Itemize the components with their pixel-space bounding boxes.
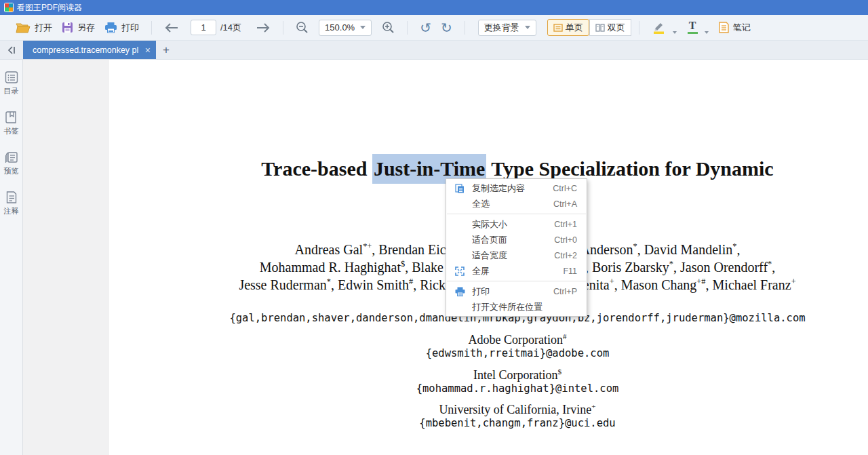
sidebar-item-preview[interactable]: 预览 xyxy=(3,151,20,176)
email-uci: {mbebenit,changm,franz}@uci.edu xyxy=(109,417,868,429)
menu-item-fullscreen[interactable]: 全屏 F11 xyxy=(446,263,587,279)
menu-separator xyxy=(447,214,586,214)
zoom-in-button[interactable] xyxy=(377,18,399,37)
menu-item-actual-size[interactable]: 实际大小 Ctrl+1 xyxy=(446,216,587,232)
sidebar-item-toc[interactable]: 目录 xyxy=(3,71,20,96)
menu-item-print[interactable]: 打印 Ctrl+P xyxy=(446,283,587,299)
note-icon xyxy=(719,22,729,33)
sidebar-item-bookmarks[interactable]: 书签 xyxy=(3,111,20,136)
collapse-sidebar-button[interactable] xyxy=(0,41,23,59)
open-button[interactable]: 打开 xyxy=(11,19,57,37)
toolbar-separator xyxy=(465,21,465,35)
toolbar-separator xyxy=(639,21,639,35)
rotate-right-icon: ↻ xyxy=(441,20,452,36)
annotation-icon xyxy=(5,191,18,204)
tab-compressed-tracemonkey[interactable]: compressed.tracemonkey pl × xyxy=(23,41,156,59)
single-page-icon xyxy=(553,24,563,32)
chevron-down-icon xyxy=(673,31,677,34)
menu-item-copy-selection[interactable]: 复制选定内容 Ctrl+C xyxy=(446,180,587,196)
underline-tool-button[interactable]: T xyxy=(685,20,711,36)
fullscreen-icon xyxy=(453,266,467,276)
highlighter-icon xyxy=(652,22,666,34)
save-as-button[interactable]: 另存 xyxy=(57,19,100,37)
page-mode-group: 单页 双页 xyxy=(547,19,631,36)
zoom-in-icon xyxy=(382,21,395,34)
rotate-right-button[interactable]: ↻ xyxy=(436,17,457,39)
change-background-label: 更换背景 xyxy=(484,22,519,34)
chevron-down-icon xyxy=(705,31,709,34)
arrow-right-icon xyxy=(256,22,271,33)
zoom-out-button[interactable] xyxy=(291,18,313,37)
highlight-tool-button[interactable] xyxy=(650,20,679,35)
save-icon xyxy=(62,22,73,33)
tab-bar: compressed.tracemonkey pl × + xyxy=(0,41,868,60)
app-title: 看图王PDF阅读器 xyxy=(17,2,82,14)
double-page-label: 双页 xyxy=(608,22,625,34)
open-label: 打开 xyxy=(35,22,52,34)
rotate-left-icon: ↺ xyxy=(420,20,431,36)
context-menu: 复制选定内容 Ctrl+C 全选 Ctrl+A 实际大小 Ctrl+1 适合页面… xyxy=(446,178,587,317)
arrow-left-icon xyxy=(164,22,179,33)
email-adobe: {edwsmith,rreitmai}@adobe.com xyxy=(109,347,868,359)
main-toolbar: 打开 另存 打印 /14页 xyxy=(0,15,868,41)
tab-label: compressed.tracemonkey pl xyxy=(33,45,142,55)
print-button[interactable]: 打印 xyxy=(100,19,144,37)
save-as-label: 另存 xyxy=(77,22,95,34)
rotate-left-button[interactable]: ↺ xyxy=(415,17,436,39)
affiliation-intel: Intel Corporation$ xyxy=(109,368,868,382)
new-tab-button[interactable]: + xyxy=(156,41,176,59)
title-prefix: Trace-based xyxy=(261,157,372,180)
sidebar-label-preview: 预览 xyxy=(3,166,20,176)
window-titlebar: 看图王PDF阅读器 xyxy=(0,0,868,15)
email-intel: {mohammad.r.haghighat}@intel.com xyxy=(109,382,868,395)
sidebar-label-annotations: 注释 xyxy=(3,206,20,216)
print-icon xyxy=(453,287,467,296)
underline-text-icon: T xyxy=(688,21,698,35)
app-logo-icon xyxy=(4,3,14,12)
change-background-select[interactable]: 更换背景 xyxy=(478,20,536,36)
tab-close-icon[interactable]: × xyxy=(145,45,151,56)
page-total-label: /14页 xyxy=(220,22,241,34)
chevron-down-icon xyxy=(525,26,530,29)
chevron-down-icon xyxy=(360,26,366,29)
left-sidebar: 目录 书签 预览 xyxy=(0,60,23,455)
print-label: 打印 xyxy=(121,22,139,34)
toc-icon xyxy=(5,71,18,84)
next-page-button[interactable] xyxy=(251,20,275,36)
notes-button[interactable]: 笔记 xyxy=(714,19,755,37)
toolbar-separator xyxy=(407,21,408,35)
copy-icon xyxy=(453,184,467,193)
single-page-label: 单页 xyxy=(566,22,583,34)
zoom-level-select[interactable]: 150.0% xyxy=(319,20,372,36)
toolbar-separator xyxy=(151,21,152,35)
title-suffix: Type Specialization for Dynamic xyxy=(486,157,773,180)
collapse-left-icon xyxy=(7,45,16,55)
double-page-icon xyxy=(595,24,605,32)
plus-icon: + xyxy=(163,43,170,57)
menu-item-fit-width[interactable]: 适合宽度 Ctrl+2 xyxy=(446,248,587,263)
menu-item-fit-page[interactable]: 适合页面 Ctrl+0 xyxy=(446,232,587,248)
menu-separator xyxy=(447,281,586,281)
page-number-input[interactable] xyxy=(191,20,216,35)
toolbar-separator xyxy=(283,21,283,35)
affiliation-uci: University of California, Irvine+ xyxy=(109,402,868,417)
zoom-level-value: 150.0% xyxy=(325,22,355,33)
affiliation-adobe: Adobe Corporation# xyxy=(109,332,868,347)
menu-item-select-all[interactable]: 全选 Ctrl+A xyxy=(446,196,587,212)
menu-item-open-file-location[interactable]: 打开文件所在位置 xyxy=(446,299,587,315)
preview-pages-icon xyxy=(5,151,18,164)
single-page-button[interactable]: 单页 xyxy=(547,19,589,36)
folder-open-icon xyxy=(16,22,31,33)
sidebar-label-bookmarks: 书签 xyxy=(3,126,20,136)
printer-icon xyxy=(104,22,117,33)
zoom-out-icon xyxy=(296,21,309,34)
double-page-button[interactable]: 双页 xyxy=(589,19,631,36)
previous-page-button[interactable] xyxy=(159,20,184,36)
sidebar-item-annotations[interactable]: 注释 xyxy=(3,191,20,216)
notes-label: 笔记 xyxy=(733,22,751,34)
sidebar-label-toc: 目录 xyxy=(3,86,20,96)
paper-title-line1: Trace-based Just-in-Time Type Specializa… xyxy=(109,157,868,180)
bookmark-icon xyxy=(5,111,18,124)
